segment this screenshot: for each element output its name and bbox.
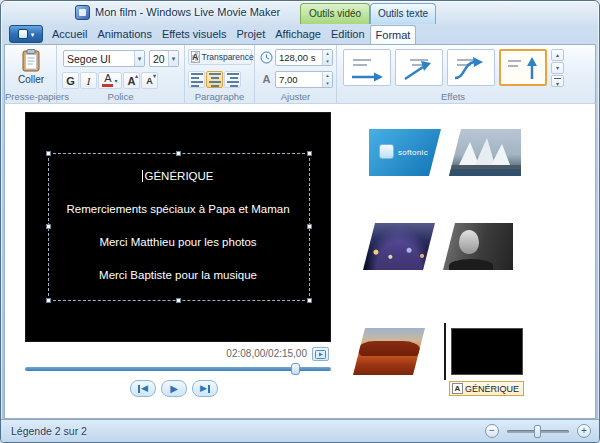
zoom-in-button[interactable]: +	[577, 424, 591, 438]
storyboard-clip-portrait[interactable]	[443, 223, 513, 270]
text-effect-option-1[interactable]	[343, 49, 391, 86]
zoom-out-button[interactable]: −	[485, 424, 499, 438]
transparency-icon: A	[191, 51, 200, 63]
transparency-button[interactable]: A Transparence	[188, 49, 252, 65]
application-menu-button[interactable]: ▾	[9, 25, 43, 43]
tab-affichage[interactable]: Affichage	[270, 25, 326, 44]
contextual-header-video-tools[interactable]: Outils vidéo	[300, 3, 370, 24]
previous-frame-button[interactable]: ◀	[130, 380, 156, 397]
spin-up-icon[interactable]: ▴	[323, 50, 332, 58]
bold-button[interactable]: G	[62, 72, 79, 89]
resize-handle-nw[interactable]	[46, 151, 51, 156]
opera-house-photo	[449, 129, 521, 176]
contextual-header-text-tools[interactable]: Outils texte	[370, 3, 436, 24]
group-label-paragraph: Paragraphe	[185, 91, 254, 102]
spin-down-icon[interactable]: ▾	[323, 58, 332, 66]
window-title: Mon film - Windows Live Movie Maker	[95, 6, 280, 18]
text-effect-option-3[interactable]	[447, 49, 495, 86]
gallery-scroll-down-button[interactable]: ▾	[551, 62, 564, 74]
tab-effets-visuels[interactable]: Effets visuels	[157, 25, 232, 44]
text-effect-option-4-selected[interactable]	[499, 49, 547, 86]
resize-handle-se[interactable]	[307, 298, 312, 303]
paste-label: Coller	[18, 74, 44, 85]
tab-edition[interactable]: Edition	[326, 25, 370, 44]
resize-handle-sw[interactable]	[46, 298, 51, 303]
tab-accueil[interactable]: Accueil	[47, 25, 92, 44]
shrink-arrow-icon: ▾	[153, 73, 156, 80]
resize-handle-n[interactable]	[176, 151, 181, 156]
font-color-icon: A	[102, 74, 113, 87]
portrait-face	[459, 230, 479, 254]
font-color-button[interactable]: A ▾	[98, 72, 122, 89]
status-text: Légende 2 sur 2	[11, 425, 87, 437]
shrink-font-button[interactable]: A ▾	[141, 72, 158, 89]
resize-handle-e[interactable]	[307, 224, 312, 229]
gallery-more-icon	[554, 78, 561, 79]
effect-preview-icon	[449, 53, 493, 83]
align-center-button[interactable]	[206, 71, 223, 88]
align-right-button[interactable]	[224, 71, 241, 88]
app-menu-icon	[18, 29, 28, 39]
spin-up-icon[interactable]: ▴	[323, 72, 332, 80]
outline-size-spinner[interactable]: 7,00 ▴ ▾	[275, 71, 333, 88]
storyboard-clip-night-harbour[interactable]	[363, 223, 435, 270]
workspace: GÉNÉRIQUE Remerciements spéciaux à Papa …	[4, 103, 596, 419]
title-bar[interactable]: Mon film - Windows Live Movie Maker Outi…	[1, 1, 599, 25]
font-size-combobox[interactable]: 20 ▾	[149, 50, 179, 67]
text-effect-option-2[interactable]	[395, 49, 443, 86]
night-lights	[363, 223, 435, 270]
paste-button[interactable]: Coller	[11, 48, 51, 91]
storyboard-insertion-cursor[interactable]	[444, 323, 446, 380]
group-label-adjust: Ajuster	[255, 91, 336, 102]
zoom-slider-thumb[interactable]	[534, 425, 541, 438]
gallery-scroll-up-button[interactable]: ▴	[551, 49, 564, 61]
grow-font-button[interactable]: A ▴	[123, 72, 140, 89]
tab-projet[interactable]: Projet	[232, 25, 271, 44]
font-family-combobox[interactable]: Segoe UI ▾	[63, 50, 145, 67]
italic-button[interactable]: I	[80, 72, 97, 89]
effects-gallery-scroll: ▴ ▾ ▾	[551, 49, 564, 87]
ribbon: Coller Presse-papiers Segoe UI ▾ 20 ▾ G …	[4, 44, 596, 104]
storyboard-clip-uluru[interactable]	[353, 328, 425, 375]
chevron-down-icon[interactable]: ▾	[168, 51, 178, 66]
ribbon-tab-row: ▾ Accueil Animations Effets visuels Proj…	[1, 25, 599, 44]
group-label-clipboard: Presse-papiers	[5, 91, 56, 102]
spin-down-icon[interactable]: ▾	[323, 80, 332, 88]
text-selection-box[interactable]	[48, 153, 310, 301]
chevron-down-icon[interactable]: ▾	[134, 51, 144, 66]
fullscreen-preview-icon	[315, 350, 326, 359]
font-buttons-row: G I A ▾ A ▴ A ▾	[62, 72, 158, 89]
grow-arrow-icon: ▴	[135, 73, 138, 80]
resize-handle-ne[interactable]	[307, 151, 312, 156]
spinner-arrows[interactable]: ▴ ▾	[322, 72, 332, 87]
chevron-down-icon: ▾	[31, 31, 35, 38]
seek-bar[interactable]	[25, 367, 331, 371]
group-adjust: 128,00 s ▴ ▾ A 7,00 ▴ ▾ Ajuster	[255, 45, 337, 103]
caption-badge[interactable]: A GÉNÉRIQUE	[449, 381, 524, 396]
tab-format[interactable]: Format	[370, 25, 417, 44]
resize-handle-w[interactable]	[46, 224, 51, 229]
align-left-button[interactable]	[188, 71, 205, 88]
playback-time: 02:08,00/02:15,00	[5, 348, 307, 359]
next-frame-icon	[208, 385, 210, 393]
seek-bar-thumb[interactable]	[291, 363, 300, 375]
softonic-label: softonic	[398, 148, 428, 157]
group-effects: ▴ ▾ ▾ Effets	[337, 45, 569, 103]
effect-preview-icon	[397, 53, 441, 83]
font-family-value: Segoe UI	[64, 53, 134, 65]
resize-handle-s[interactable]	[176, 298, 181, 303]
play-button[interactable]: ▶	[161, 380, 187, 397]
storyboard-clip-softonic[interactable]: softonic	[369, 129, 441, 176]
gallery-more-button[interactable]: ▾	[551, 75, 564, 87]
tab-animations[interactable]: Animations	[92, 25, 156, 44]
preview-panel: GÉNÉRIQUE Remerciements spéciaux à Papa …	[5, 104, 343, 418]
spinner-arrows[interactable]: ▴ ▾	[322, 50, 332, 65]
storyboard-clip-credits[interactable]	[451, 328, 523, 375]
duration-spinner[interactable]: 128,00 s ▴ ▾	[275, 49, 333, 66]
group-font: Segoe UI ▾ 20 ▾ G I A ▾ A ▴	[57, 45, 185, 103]
storyboard-clip-opera-house[interactable]	[449, 129, 521, 176]
group-paragraph: A Transparence Paragraphe	[185, 45, 255, 103]
next-frame-button[interactable]: ▶	[192, 380, 218, 397]
fullscreen-preview-button[interactable]	[312, 347, 329, 361]
video-preview[interactable]: GÉNÉRIQUE Remerciements spéciaux à Papa …	[25, 112, 331, 342]
